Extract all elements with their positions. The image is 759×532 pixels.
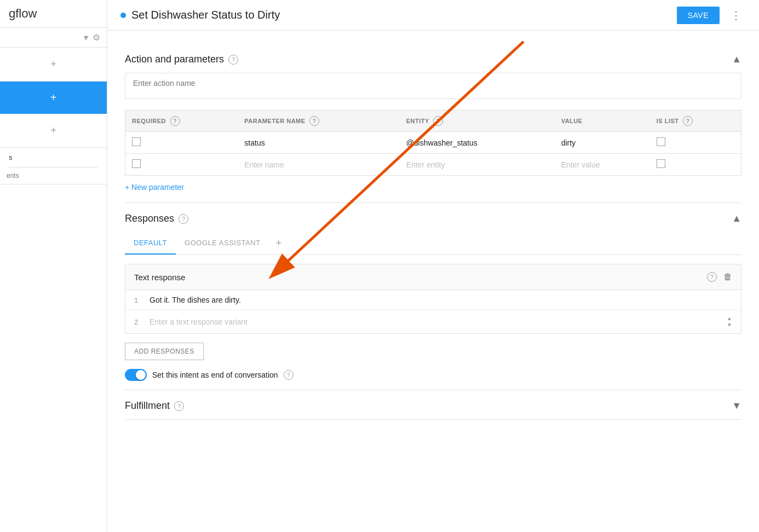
response-arrows: ▲ ▼ bbox=[727, 316, 732, 328]
is-list-checkbox-1[interactable] bbox=[657, 137, 665, 146]
table-row: Enter name Enter entity Enter value bbox=[125, 154, 741, 176]
response-row-1: 1 Got it. The dishes are dirty. bbox=[125, 290, 741, 310]
is-list-checkbox-2[interactable] bbox=[657, 159, 665, 168]
row1-required[interactable] bbox=[125, 132, 238, 154]
row1-entity[interactable]: @dishwasher_status bbox=[400, 132, 555, 154]
responses-section-header[interactable]: Responses ? ▲ bbox=[125, 203, 741, 232]
row2-param-name[interactable]: Enter name bbox=[238, 154, 399, 176]
toggle-help-icon[interactable]: ? bbox=[284, 370, 294, 380]
response-card-title: Text response bbox=[134, 273, 185, 282]
dropdown-icon[interactable]: ▾ bbox=[84, 32, 88, 43]
row1-value[interactable]: dirty bbox=[555, 132, 650, 154]
end-of-conversation-toggle-row: Set this intent as end of conversation ? bbox=[125, 369, 741, 381]
header-left: Set Dishwasher Status to Dirty bbox=[120, 9, 280, 21]
row2-entity[interactable]: Enter entity bbox=[400, 154, 555, 176]
fulfillment-section-header[interactable]: Fulfillment ? ▼ bbox=[125, 390, 741, 419]
status-dot bbox=[120, 13, 126, 18]
gear-icon[interactable]: ⚙ bbox=[93, 32, 100, 43]
responses-section-title: Responses bbox=[125, 213, 174, 224]
fulfillment-section-title: Fulfillment bbox=[125, 400, 170, 412]
tab-default[interactable]: DEFAULT bbox=[125, 232, 176, 255]
response-help-icon[interactable]: ? bbox=[707, 272, 717, 282]
row1-is-list[interactable] bbox=[650, 132, 741, 154]
action-chevron-icon[interactable]: ▲ bbox=[732, 54, 741, 65]
response-tabs: DEFAULT GOOGLE ASSISTANT + bbox=[125, 232, 741, 255]
col-entity: ENTITY ? bbox=[400, 111, 555, 132]
more-vert-icon[interactable]: ⋮ bbox=[726, 7, 746, 24]
arrow-down-icon[interactable]: ▼ bbox=[727, 322, 732, 328]
col-value: VALUE bbox=[555, 111, 650, 132]
action-help-icon[interactable]: ? bbox=[228, 55, 238, 65]
response-text-1[interactable]: Got it. The dishes are dirty. bbox=[150, 296, 732, 304]
fulfillment-section: Fulfillment ? ▼ bbox=[125, 390, 741, 420]
row2-is-list[interactable] bbox=[650, 154, 741, 176]
entity-help-icon[interactable]: ? bbox=[433, 116, 443, 126]
col-param-name: PARAMETER NAME ? bbox=[238, 111, 399, 132]
new-parameter-link[interactable]: + New parameter bbox=[125, 183, 184, 192]
sidebar: gflow ▾ ⚙ + + + s ents bbox=[0, 0, 107, 532]
tab-google-assistant[interactable]: GOOGLE ASSISTANT bbox=[176, 232, 269, 255]
app-logo: gflow bbox=[0, 0, 107, 28]
action-title-group: Action and parameters ? bbox=[125, 54, 238, 65]
text-response-card: Text response ? 🗑 1 Got it. The dishes a… bbox=[125, 264, 741, 334]
response-delete-icon[interactable]: 🗑 bbox=[723, 272, 732, 282]
action-section-header[interactable]: Action and parameters ? ▲ bbox=[125, 44, 741, 73]
row1-param-name[interactable]: status bbox=[238, 132, 399, 154]
action-section-title: Action and parameters bbox=[125, 54, 224, 65]
param-name-help-icon[interactable]: ? bbox=[309, 116, 319, 126]
fulfillment-help-icon[interactable]: ? bbox=[174, 401, 184, 411]
required-help-icon[interactable]: ? bbox=[170, 116, 180, 126]
page-header: Set Dishwasher Status to Dirty SAVE ⋮ bbox=[107, 0, 759, 31]
save-button[interactable]: SAVE bbox=[677, 7, 720, 24]
tab-add-button[interactable]: + bbox=[269, 233, 289, 253]
required-checkbox-2[interactable] bbox=[132, 159, 141, 168]
sidebar-controls: ▾ ⚙ bbox=[0, 28, 107, 48]
col-required: REQUIRED ? bbox=[125, 111, 238, 132]
response-row-2: 2 Enter a text response variant ▲ ▼ bbox=[125, 310, 741, 333]
responses-section: Responses ? ▲ DEFAULT GOOGLE ASSISTANT +… bbox=[125, 203, 741, 390]
is-list-help-icon[interactable]: ? bbox=[683, 116, 693, 126]
add-button-bottom[interactable]: + bbox=[44, 122, 63, 140]
action-name-input[interactable] bbox=[125, 73, 741, 99]
row2-required[interactable] bbox=[125, 154, 238, 176]
main-content: Set Dishwasher Status to Dirty SAVE ⋮ Ac… bbox=[107, 0, 759, 532]
sidebar-item-s[interactable]: s bbox=[0, 148, 107, 167]
page-content: Action and parameters ? ▲ REQUIRED ? bbox=[107, 31, 759, 532]
page-title: Set Dishwasher Status to Dirty bbox=[131, 9, 280, 21]
add-responses-button[interactable]: ADD RESPONSES bbox=[125, 343, 204, 360]
responses-chevron-icon[interactable]: ▲ bbox=[732, 213, 741, 224]
responses-title-group: Responses ? bbox=[125, 213, 188, 224]
end-conversation-toggle[interactable] bbox=[125, 369, 147, 381]
table-row: status @dishwasher_status dirty bbox=[125, 132, 741, 154]
required-checkbox-1[interactable] bbox=[132, 137, 141, 146]
fulfillment-chevron-icon[interactable]: ▼ bbox=[732, 400, 741, 412]
arrow-up-icon[interactable]: ▲ bbox=[727, 316, 732, 321]
response-card-icons: ? 🗑 bbox=[707, 272, 732, 282]
fulfillment-title-group: Fulfillment ? bbox=[125, 400, 184, 412]
sidebar-section-ents: ents bbox=[0, 167, 107, 184]
col-is-list: IS LIST ? bbox=[650, 111, 741, 132]
add-active-button[interactable]: + bbox=[44, 88, 64, 107]
response-card-header: Text response ? 🗑 bbox=[125, 264, 741, 290]
add-button-top[interactable]: + bbox=[44, 55, 63, 73]
parameters-table: REQUIRED ? PARAMETER NAME ? ENTITY ? VAL… bbox=[125, 110, 741, 176]
response-text-2[interactable]: Enter a text response variant bbox=[150, 317, 720, 326]
toggle-knob bbox=[136, 370, 146, 380]
end-conversation-label: Set this intent as end of conversation bbox=[152, 371, 278, 379]
response-num-1: 1 bbox=[134, 296, 143, 304]
responses-help-icon[interactable]: ? bbox=[179, 214, 188, 224]
row2-value[interactable]: Enter value bbox=[555, 154, 650, 176]
action-section: Action and parameters ? ▲ REQUIRED ? bbox=[125, 44, 741, 203]
response-num-2: 2 bbox=[134, 318, 143, 326]
